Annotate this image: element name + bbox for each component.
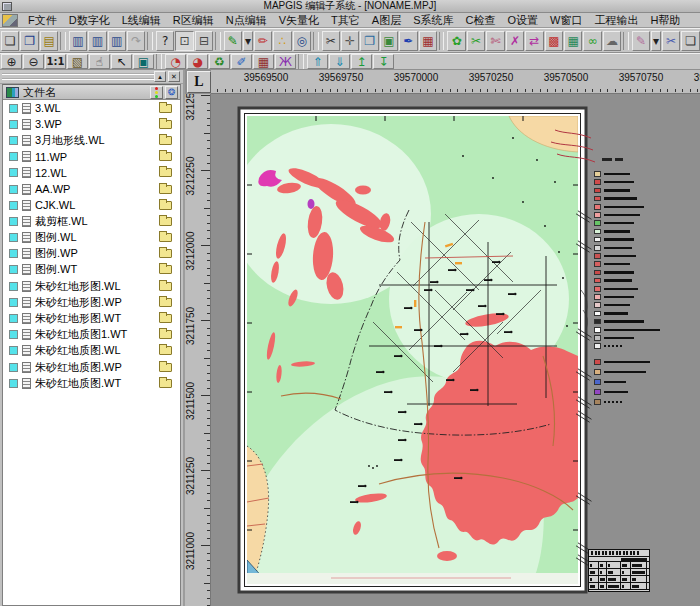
folder-icon[interactable] <box>159 120 172 129</box>
menu-item-13[interactable]: H帮助 <box>644 12 686 29</box>
search-edit-button[interactable]: ◎ <box>293 31 311 51</box>
file-visible-checkbox[interactable] <box>9 233 18 242</box>
transform-button[interactable]: ✛ <box>341 31 359 51</box>
region-fill-button[interactable]: ▩ <box>545 31 563 51</box>
menu-item-6[interactable]: T其它 <box>325 12 366 29</box>
file-visible-checkbox[interactable] <box>9 379 18 388</box>
menu-item-3[interactable]: R区编辑 <box>167 12 220 29</box>
folder-icon[interactable] <box>159 136 172 145</box>
file-row-0[interactable]: 3.WL <box>3 100 180 116</box>
file-visible-checkbox[interactable] <box>9 152 18 161</box>
folder-icon[interactable] <box>159 346 172 355</box>
refresh-line-button[interactable]: ◕ <box>187 54 208 69</box>
zoom-out-button[interactable]: ⊖ <box>23 54 44 69</box>
file-visible-checkbox[interactable] <box>9 346 18 355</box>
move-up-button[interactable]: ⇑ <box>307 54 328 69</box>
cut-button[interactable]: ✂ <box>322 31 340 51</box>
folder-icon[interactable] <box>159 185 172 194</box>
folder-icon[interactable] <box>159 379 172 388</box>
topology-grid-button[interactable]: ▦ <box>564 31 582 51</box>
file-visible-checkbox[interactable] <box>9 298 18 307</box>
zoom-1-1-button[interactable]: 1:1 <box>45 54 66 69</box>
file-row-16[interactable]: 朱砂红地质图.WP <box>3 359 180 375</box>
file-row-2[interactable]: 3月地形线.WL <box>3 132 180 148</box>
folder-icon[interactable] <box>159 265 172 274</box>
file-row-1[interactable]: 3.WP <box>3 116 180 132</box>
print-button[interactable]: ⊟ <box>195 31 213 51</box>
new-project-button[interactable]: ❐ <box>20 31 38 51</box>
folder-icon[interactable] <box>159 104 172 113</box>
paste-button[interactable]: ▣ <box>380 31 398 51</box>
file-row-7[interactable]: 裁剪框.WL <box>3 213 180 229</box>
link-regions-button[interactable]: ∞ <box>583 31 601 51</box>
menu-item-11[interactable]: W窗口 <box>544 12 588 29</box>
refresh-point-button[interactable]: ◔ <box>165 54 186 69</box>
clip-line-button[interactable]: ✂ <box>662 31 680 51</box>
folder-icon[interactable] <box>159 249 172 258</box>
edit-state-button[interactable] <box>150 86 163 99</box>
undo-button[interactable]: ↷ <box>127 31 145 51</box>
file-row-4[interactable]: 12.WL <box>3 165 180 181</box>
file-visible-checkbox[interactable] <box>9 168 18 177</box>
file-visible-checkbox[interactable] <box>9 104 18 113</box>
file-visible-checkbox[interactable] <box>9 363 18 372</box>
file-visible-checkbox[interactable] <box>9 249 18 258</box>
file-row-11[interactable]: 朱砂红地形图.WL <box>3 278 180 294</box>
file-visible-checkbox[interactable] <box>9 120 18 129</box>
edit-item-button[interactable]: ✐ <box>231 54 252 69</box>
folder-icon[interactable] <box>159 314 172 323</box>
panel-collapse-button[interactable]: ▴ <box>154 71 166 82</box>
file-row-10[interactable]: 图例.WT <box>3 262 180 278</box>
line-style-dropdown-button[interactable]: ▾ <box>651 31 661 51</box>
print-preview-button[interactable]: ⊡ <box>175 31 193 51</box>
file-visible-checkbox[interactable] <box>9 201 18 210</box>
file-visible-checkbox[interactable] <box>9 136 18 145</box>
menu-item-2[interactable]: L线编辑 <box>116 12 167 29</box>
map-canvas[interactable] <box>211 94 700 606</box>
ruler-corner-button[interactable]: L <box>187 71 211 93</box>
line-style-pen-button[interactable]: ✎ <box>632 31 650 51</box>
redraw-view-button[interactable]: ♻ <box>209 54 230 69</box>
move-bottom-button[interactable]: ↧ <box>373 54 394 69</box>
delete-region-button[interactable]: ✄ <box>486 31 504 51</box>
file-visible-checkbox[interactable] <box>9 282 18 291</box>
attr-table-button[interactable]: ▦ <box>253 54 274 69</box>
menu-item-12[interactable]: 工程输出 <box>588 12 644 29</box>
pan-hand-button[interactable]: ☝ <box>89 54 110 69</box>
menu-item-4[interactable]: N点编辑 <box>220 12 273 29</box>
save-all-button[interactable]: ▥ <box>88 31 106 51</box>
folder-icon[interactable] <box>159 152 172 161</box>
file-visible-checkbox[interactable] <box>9 330 18 339</box>
file-row-12[interactable]: 朱砂红地形图.WP <box>3 294 180 310</box>
point-edit-pen-button[interactable]: ✎ <box>224 31 242 51</box>
refresh-view-button[interactable]: ❂ <box>165 86 178 99</box>
folder-icon[interactable] <box>159 168 172 177</box>
file-row-17[interactable]: 朱砂红地质图.WT <box>3 375 180 391</box>
file-row-8[interactable]: 图例.WL <box>3 230 180 246</box>
file-visible-checkbox[interactable] <box>9 265 18 274</box>
symbol-marks-button[interactable]: ∴ <box>273 31 291 51</box>
create-region-button[interactable]: ☁ <box>603 31 621 51</box>
edit-attributes-button[interactable]: ✒ <box>399 31 417 51</box>
params-butterfly-button[interactable]: Ж <box>275 54 296 69</box>
menu-item-5[interactable]: V矢量化 <box>273 12 325 29</box>
file-row-13[interactable]: 朱砂红地形图.WT <box>3 310 180 326</box>
menu-app-icon[interactable] <box>2 14 18 27</box>
file-row-6[interactable]: CJK.WL <box>3 197 180 213</box>
open-file-button[interactable]: ▤ <box>40 31 58 51</box>
edit-table-button[interactable]: ▦ <box>419 31 437 51</box>
move-top-button[interactable]: ↥ <box>351 54 372 69</box>
copy-button[interactable]: ❐ <box>360 31 378 51</box>
folder-icon[interactable] <box>159 217 172 226</box>
menu-item-10[interactable]: O设置 <box>501 12 544 29</box>
file-visible-checkbox[interactable] <box>9 185 18 194</box>
panel-close-button[interactable]: ✕ <box>168 71 180 82</box>
digitize-pencil-button[interactable]: ✏ <box>254 31 272 51</box>
full-view-button[interactable]: ▣ <box>133 54 154 69</box>
merge-region-button[interactable]: ⇄ <box>525 31 543 51</box>
folder-icon[interactable] <box>159 363 172 372</box>
context-help-button[interactable]: ? <box>156 31 174 51</box>
file-visible-checkbox[interactable] <box>9 217 18 226</box>
save-file-button[interactable]: ▥ <box>69 31 87 51</box>
select-arrow-button[interactable]: ↖ <box>111 54 132 69</box>
